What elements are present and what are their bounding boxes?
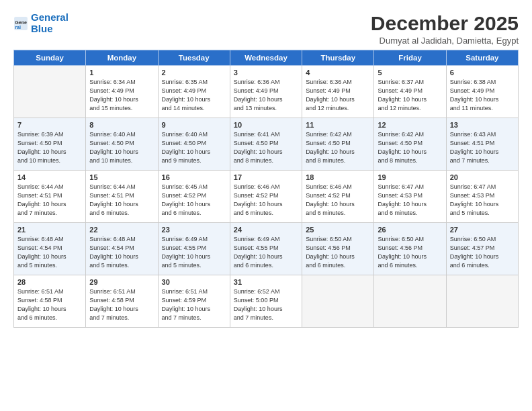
day-info: Sunrise: 6:38 AM Sunset: 4:49 PM Dayligh…: [450, 78, 515, 113]
logo: Gene ral General Blue: [13, 12, 69, 34]
calendar-cell-w2-d1: 15Sunrise: 6:44 AM Sunset: 4:51 PM Dayli…: [86, 171, 158, 223]
day-number: 21: [17, 226, 82, 234]
calendar-week-row-1: 7Sunrise: 6:39 AM Sunset: 4:50 PM Daylig…: [14, 118, 519, 171]
calendar-cell-w1-d4: 11Sunrise: 6:42 AM Sunset: 4:50 PM Dayli…: [302, 118, 374, 171]
calendar-cell-w4-d0: 28Sunrise: 6:51 AM Sunset: 4:58 PM Dayli…: [14, 275, 86, 328]
day-number: 18: [306, 173, 370, 181]
calendar-cell-w0-d3: 3Sunrise: 6:36 AM Sunset: 4:49 PM Daylig…: [230, 66, 302, 118]
calendar-cell-w0-d0: [14, 66, 86, 118]
day-info: Sunrise: 6:47 AM Sunset: 4:53 PM Dayligh…: [378, 183, 442, 218]
calendar-cell-w1-d0: 7Sunrise: 6:39 AM Sunset: 4:50 PM Daylig…: [14, 118, 86, 171]
header: Gene ral General Blue December 2025 Dumy…: [13, 12, 519, 46]
calendar-cell-w0-d2: 2Sunrise: 6:35 AM Sunset: 4:49 PM Daylig…: [158, 66, 230, 118]
calendar-week-row-2: 14Sunrise: 6:44 AM Sunset: 4:51 PM Dayli…: [14, 171, 519, 223]
day-info: Sunrise: 6:36 AM Sunset: 4:49 PM Dayligh…: [306, 78, 370, 113]
day-info: Sunrise: 6:35 AM Sunset: 4:49 PM Dayligh…: [162, 78, 226, 113]
calendar-cell-w0-d6: 6Sunrise: 6:38 AM Sunset: 4:49 PM Daylig…: [446, 66, 518, 118]
day-info: Sunrise: 6:40 AM Sunset: 4:50 PM Dayligh…: [162, 130, 226, 165]
day-number: 10: [234, 121, 298, 129]
day-number: 23: [162, 226, 226, 234]
day-info: Sunrise: 6:47 AM Sunset: 4:53 PM Dayligh…: [450, 183, 515, 218]
calendar-cell-w4-d2: 30Sunrise: 6:51 AM Sunset: 4:59 PM Dayli…: [158, 275, 230, 328]
day-info: Sunrise: 6:45 AM Sunset: 4:52 PM Dayligh…: [162, 183, 226, 218]
day-number: 11: [306, 121, 370, 129]
calendar-header-row: Sunday Monday Tuesday Wednesday Thursday…: [14, 50, 519, 66]
calendar-cell-w4-d4: [302, 275, 374, 328]
day-number: 22: [89, 226, 154, 234]
day-info: Sunrise: 6:42 AM Sunset: 4:50 PM Dayligh…: [306, 130, 370, 165]
calendar-cell-w3-d2: 23Sunrise: 6:49 AM Sunset: 4:55 PM Dayli…: [158, 223, 230, 275]
logo-name: General Blue: [31, 12, 69, 34]
day-number: 12: [378, 121, 442, 129]
day-number: 24: [234, 226, 298, 234]
day-info: Sunrise: 6:48 AM Sunset: 4:54 PM Dayligh…: [17, 235, 82, 270]
day-number: 15: [89, 173, 154, 181]
day-number: 29: [89, 278, 154, 286]
calendar-cell-w3-d6: 27Sunrise: 6:50 AM Sunset: 4:57 PM Dayli…: [446, 223, 518, 275]
day-info: Sunrise: 6:43 AM Sunset: 4:51 PM Dayligh…: [450, 130, 515, 165]
day-number: 20: [450, 173, 515, 181]
calendar-cell-w1-d2: 9Sunrise: 6:40 AM Sunset: 4:50 PM Daylig…: [158, 118, 230, 171]
title-block: December 2025 Dumyat al Jadidah, Damiett…: [371, 12, 519, 46]
calendar-cell-w1-d5: 12Sunrise: 6:42 AM Sunset: 4:50 PM Dayli…: [374, 118, 446, 171]
calendar-cell-w3-d4: 25Sunrise: 6:50 AM Sunset: 4:56 PM Dayli…: [302, 223, 374, 275]
day-info: Sunrise: 6:46 AM Sunset: 4:52 PM Dayligh…: [306, 183, 370, 218]
day-number: 9: [162, 121, 226, 129]
day-info: Sunrise: 6:37 AM Sunset: 4:49 PM Dayligh…: [378, 78, 442, 113]
calendar-cell-w2-d2: 16Sunrise: 6:45 AM Sunset: 4:52 PM Dayli…: [158, 171, 230, 223]
calendar-cell-w0-d4: 4Sunrise: 6:36 AM Sunset: 4:49 PM Daylig…: [302, 66, 374, 118]
day-info: Sunrise: 6:44 AM Sunset: 4:51 PM Dayligh…: [89, 183, 154, 218]
calendar-cell-w4-d1: 29Sunrise: 6:51 AM Sunset: 4:58 PM Dayli…: [86, 275, 158, 328]
svg-text:ral: ral: [15, 24, 21, 30]
day-number: 16: [162, 173, 226, 181]
day-number: 26: [378, 226, 442, 234]
calendar-cell-w3-d3: 24Sunrise: 6:49 AM Sunset: 4:55 PM Dayli…: [230, 223, 302, 275]
day-number: 3: [234, 68, 298, 77]
day-info: Sunrise: 6:51 AM Sunset: 4:59 PM Dayligh…: [162, 287, 226, 322]
day-number: 8: [89, 121, 154, 129]
day-number: 28: [17, 278, 82, 286]
day-number: 5: [378, 68, 442, 77]
day-info: Sunrise: 6:39 AM Sunset: 4:50 PM Dayligh…: [17, 130, 82, 165]
col-saturday: Saturday: [446, 50, 518, 66]
calendar-cell-w3-d0: 21Sunrise: 6:48 AM Sunset: 4:54 PM Dayli…: [14, 223, 86, 275]
calendar-cell-w1-d1: 8Sunrise: 6:40 AM Sunset: 4:50 PM Daylig…: [86, 118, 158, 171]
day-info: Sunrise: 6:42 AM Sunset: 4:50 PM Dayligh…: [378, 130, 442, 165]
col-monday: Monday: [86, 50, 158, 66]
day-info: Sunrise: 6:44 AM Sunset: 4:51 PM Dayligh…: [17, 183, 82, 218]
page: Gene ral General Blue December 2025 Dumy…: [0, 0, 532, 411]
day-info: Sunrise: 6:49 AM Sunset: 4:55 PM Dayligh…: [234, 235, 298, 270]
col-wednesday: Wednesday: [230, 50, 302, 66]
day-info: Sunrise: 6:50 AM Sunset: 4:56 PM Dayligh…: [306, 235, 370, 270]
month-title: December 2025: [371, 12, 519, 34]
calendar-cell-w4-d5: [374, 275, 446, 328]
calendar-cell-w2-d3: 17Sunrise: 6:46 AM Sunset: 4:52 PM Dayli…: [230, 171, 302, 223]
col-thursday: Thursday: [302, 50, 374, 66]
day-info: Sunrise: 6:41 AM Sunset: 4:50 PM Dayligh…: [234, 130, 298, 165]
calendar-cell-w3-d1: 22Sunrise: 6:48 AM Sunset: 4:54 PM Dayli…: [86, 223, 158, 275]
calendar-week-row-0: 1Sunrise: 6:34 AM Sunset: 4:49 PM Daylig…: [14, 66, 519, 118]
calendar-cell-w0-d5: 5Sunrise: 6:37 AM Sunset: 4:49 PM Daylig…: [374, 66, 446, 118]
day-info: Sunrise: 6:34 AM Sunset: 4:49 PM Dayligh…: [89, 78, 154, 113]
day-number: 2: [162, 68, 226, 77]
day-number: 19: [378, 173, 442, 181]
logo-line2: Blue: [31, 23, 53, 34]
calendar-cell-w2-d0: 14Sunrise: 6:44 AM Sunset: 4:51 PM Dayli…: [14, 171, 86, 223]
calendar-cell-w1-d3: 10Sunrise: 6:41 AM Sunset: 4:50 PM Dayli…: [230, 118, 302, 171]
day-number: 31: [234, 278, 298, 286]
day-info: Sunrise: 6:51 AM Sunset: 4:58 PM Dayligh…: [17, 287, 82, 322]
day-info: Sunrise: 6:50 AM Sunset: 4:57 PM Dayligh…: [450, 235, 515, 270]
calendar-cell-w3-d5: 26Sunrise: 6:50 AM Sunset: 4:56 PM Dayli…: [374, 223, 446, 275]
day-info: Sunrise: 6:50 AM Sunset: 4:56 PM Dayligh…: [378, 235, 442, 270]
calendar-cell-w2-d5: 19Sunrise: 6:47 AM Sunset: 4:53 PM Dayli…: [374, 171, 446, 223]
col-friday: Friday: [374, 50, 446, 66]
col-sunday: Sunday: [14, 50, 86, 66]
logo-icon: Gene ral: [13, 16, 28, 31]
day-info: Sunrise: 6:52 AM Sunset: 5:00 PM Dayligh…: [234, 287, 298, 322]
day-number: 25: [306, 226, 370, 234]
day-number: 7: [17, 121, 82, 129]
day-number: 6: [450, 68, 515, 77]
day-number: 14: [17, 173, 82, 181]
calendar-cell-w4-d6: [446, 275, 518, 328]
day-info: Sunrise: 6:49 AM Sunset: 4:55 PM Dayligh…: [162, 235, 226, 270]
